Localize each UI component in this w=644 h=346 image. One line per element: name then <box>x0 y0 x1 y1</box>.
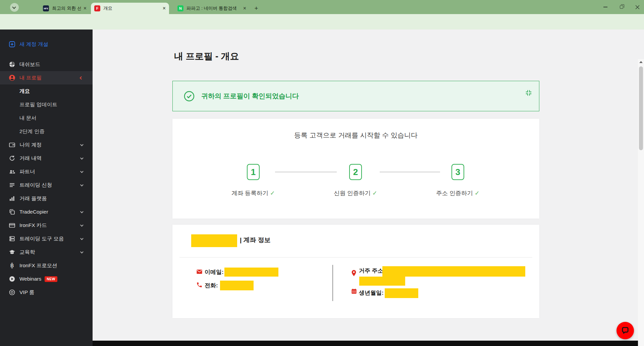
sidebar-item-overview[interactable]: 개요 <box>0 84 93 98</box>
page-content: 새 계정 개설 대쉬보드 내 프로필 <box>0 30 644 346</box>
tab-overview-active[interactable]: F 개요 × <box>91 3 169 14</box>
sidebar-item-label: 파트너 <box>19 168 35 175</box>
sidebar-item-trading-platforms[interactable]: 거래 플랫폼 <box>0 192 93 205</box>
sidebar-item-my-profile[interactable]: 내 프로필 <box>0 71 93 84</box>
chevron-down-icon <box>80 156 84 160</box>
play-circle-icon <box>9 276 15 282</box>
graduation-cap-icon <box>9 249 15 255</box>
check-icon: ✓ <box>475 190 480 196</box>
step-1-label: 계좌 등록하기✓ <box>213 189 293 197</box>
window-minimize-button[interactable] <box>598 0 613 14</box>
tab-search-button[interactable] <box>10 3 19 12</box>
sidebar-item-tradecopier[interactable]: TradeCopier <box>0 205 93 219</box>
sidebar-item-dashboard[interactable]: 대쉬보드 <box>0 58 93 71</box>
livechat-button[interactable] <box>616 322 634 339</box>
divider <box>179 257 532 257</box>
chevron-down-icon <box>80 223 84 227</box>
bar-chart-icon <box>9 195 15 202</box>
sidebar-item-partners[interactable]: 파트너 <box>0 165 93 178</box>
sidebar-item-label: TradeCopier <box>19 209 48 215</box>
close-tab-icon[interactable]: × <box>243 6 246 11</box>
tab-title: 개요 <box>103 5 160 11</box>
phone-label: 전화: <box>205 282 218 289</box>
user-icon <box>9 74 15 81</box>
wallet-icon <box>9 141 15 148</box>
scroll-up-button[interactable] <box>638 59 644 65</box>
account-card-header: | 계좌 정보 <box>240 236 271 244</box>
dashboard-icon <box>9 61 15 68</box>
partners-icon <box>9 168 15 175</box>
sidebar-item-trading-tools[interactable]: 트레이딩 도구 모음 <box>0 232 93 245</box>
chevron-down-icon <box>80 170 84 173</box>
sidebar-item-trading-requests[interactable]: 트레이딩 신청 <box>0 178 93 192</box>
sidebar: 새 계정 개설 대쉬보드 내 프로필 <box>0 30 93 346</box>
location-pin-icon <box>350 269 358 278</box>
sidebar-item-label: 내 문서 <box>19 115 37 122</box>
chevron-down-icon <box>80 143 84 146</box>
vip-ring-icon <box>9 289 15 296</box>
sidebar-item-new-account[interactable]: 새 계정 개설 <box>0 38 93 51</box>
phone-icon <box>196 282 203 288</box>
sidebar-item-label: 프로필 업데이트 <box>19 101 57 108</box>
sidebar-item-2fa[interactable]: 2단계 인증 <box>0 125 93 138</box>
step-number: 3 <box>455 167 460 177</box>
close-tab-icon[interactable]: × <box>84 6 87 11</box>
tab-papago[interactable]: N 파파고 : 네이버 통합검색 × <box>174 3 250 14</box>
browser-window: HFX 최고의 외환 선물거래 브로커 × F 개요 × N 파파고 : 네이버… <box>0 0 644 346</box>
list-icon <box>9 182 15 188</box>
tab-title: 최고의 외환 선물거래 브로커 <box>52 5 81 11</box>
chevron-down-icon <box>80 237 84 240</box>
steps-heading: 등록 고객으로 거래를 시작할 수 있습니다 <box>172 131 539 140</box>
sidebar-item-label: 나의 계정 <box>19 141 42 149</box>
sidebar-item-education[interactable]: 교육학 <box>0 245 93 259</box>
sidebar-item-label: 내 프로필 <box>19 74 42 81</box>
window-restore-button[interactable] <box>614 0 629 14</box>
naver-favicon-icon: N <box>177 5 183 11</box>
check-icon: ✓ <box>270 190 275 196</box>
sidebar-item-vip-room[interactable]: VIP 룸 <box>0 286 93 299</box>
sidebar-item-label: 2단계 인증 <box>19 128 45 135</box>
step-connector <box>380 172 440 172</box>
vertical-scrollbar[interactable] <box>638 59 644 346</box>
chevron-down-icon <box>80 250 84 253</box>
page-title: 내 프로필 - 개요 <box>174 50 239 62</box>
copy-icon <box>9 209 15 215</box>
redacted-email <box>224 268 278 277</box>
new-tab-button[interactable]: + <box>252 4 260 12</box>
bitcoin-icon: B <box>9 262 15 269</box>
dob-label: 생년월일: <box>359 289 384 297</box>
address-label: 거주 주소: <box>359 267 385 275</box>
tab-hfx-broker[interactable]: HFX 최고의 외환 선물거래 브로커 × <box>40 3 90 14</box>
sidebar-item-ironfx-promotions[interactable]: B IronFX 프로모션 <box>0 259 93 272</box>
close-tab-icon[interactable]: × <box>163 6 166 11</box>
step-connector <box>275 172 337 172</box>
chevron-down-icon <box>12 5 16 9</box>
credit-card-icon <box>9 222 15 229</box>
step-3-box: 3 <box>451 164 464 180</box>
sidebar-item-ironfx-card[interactable]: IronFX 카드 <box>0 219 93 232</box>
sidebar-item-trade-history[interactable]: 거래 내역 <box>0 152 93 165</box>
new-badge: NEW <box>45 276 57 282</box>
sidebar-item-label: VIP 룸 <box>19 289 35 296</box>
window-close-button[interactable] <box>630 0 644 14</box>
page-footer-bar <box>93 341 638 346</box>
step-2-box: 2 <box>349 164 362 180</box>
step-number: 1 <box>251 167 256 177</box>
chat-bubble-icon <box>621 326 630 335</box>
scrollbar-thumb[interactable] <box>639 66 643 150</box>
sidebar-item-label: 거래 플랫폼 <box>19 195 47 202</box>
collapse-icon[interactable] <box>525 89 532 97</box>
sidebar-item-label: 개요 <box>19 88 30 95</box>
sidebar-item-label: 거래 내역 <box>19 155 42 162</box>
redacted-account-name <box>191 234 237 247</box>
sidebar-item-my-documents[interactable]: 내 문서 <box>0 111 93 125</box>
sidebar-item-my-accounts[interactable]: 나의 계정 <box>0 138 93 152</box>
restore-icon <box>620 5 623 9</box>
sidebar-item-webinars[interactable]: Webinars NEW <box>0 272 93 286</box>
envelope-icon <box>196 269 203 275</box>
svg-text:B: B <box>10 263 14 268</box>
tools-stack-icon <box>9 235 15 242</box>
hfx-favicon-icon: HFX <box>43 5 49 11</box>
step-1-box: 1 <box>247 164 260 180</box>
sidebar-item-profile-update[interactable]: 프로필 업데이트 <box>0 98 93 111</box>
